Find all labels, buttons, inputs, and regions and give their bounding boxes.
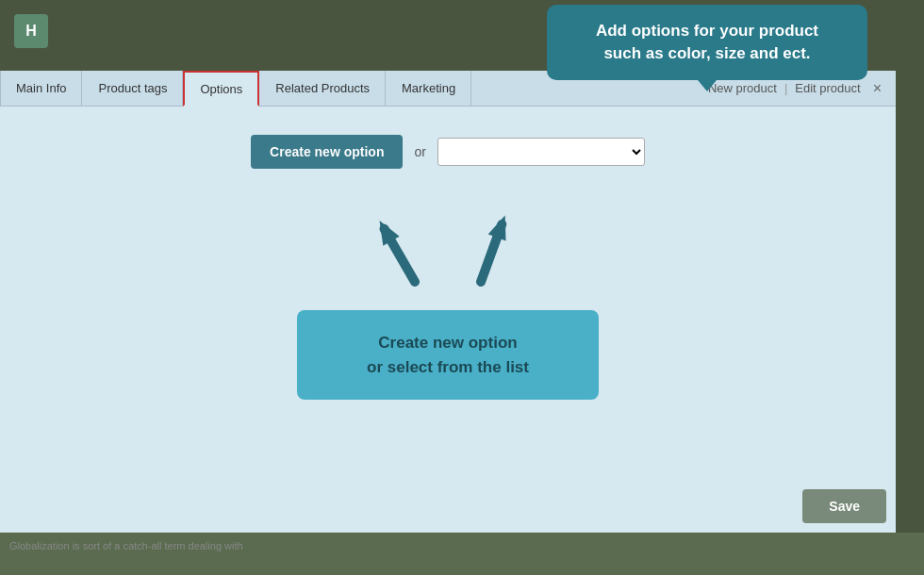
tab-marketing[interactable]: Marketing: [386, 71, 471, 106]
action-separator: |: [784, 81, 787, 95]
close-button[interactable]: ×: [868, 80, 886, 97]
instruction-box: Create new option or select from the lis…: [297, 310, 599, 400]
edit-product-link[interactable]: Edit product: [795, 81, 860, 95]
save-button[interactable]: Save: [802, 489, 886, 523]
option-select-dropdown[interactable]: [437, 138, 645, 166]
background-text: Globalization is sort of a catch-all ter…: [0, 533, 924, 575]
app-logo: H: [14, 14, 48, 48]
svg-marker-3: [488, 212, 514, 240]
tab-main-info[interactable]: Main Info: [0, 71, 82, 106]
new-product-link[interactable]: New product: [708, 81, 777, 95]
right-sidebar: [896, 71, 924, 533]
or-label: or: [414, 144, 425, 159]
save-btn-container: Save: [802, 489, 886, 523]
create-new-option-button[interactable]: Create new option: [251, 135, 403, 169]
arrows-svg: [377, 206, 519, 291]
tab-related-products[interactable]: Related Products: [259, 71, 386, 106]
main-panel: Main Info Product tags Options Related P…: [0, 71, 896, 533]
tab-options[interactable]: Options: [183, 71, 259, 107]
content-area: Create new option or: [0, 107, 896, 484]
tooltip-bubble: Add options for your product such as col…: [547, 5, 867, 80]
arrows-area: [377, 206, 519, 291]
create-option-row: Create new option or: [251, 135, 645, 169]
tab-product-tags[interactable]: Product tags: [82, 71, 183, 106]
